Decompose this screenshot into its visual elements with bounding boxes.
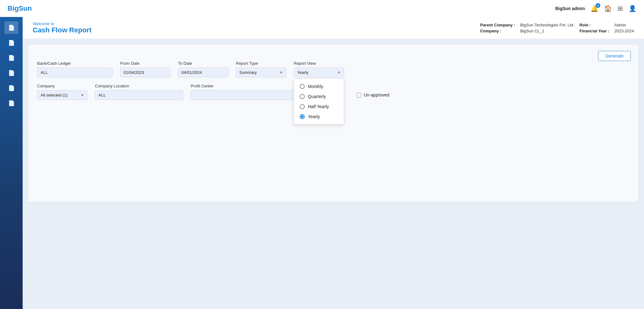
radio-half-yearly (300, 104, 305, 109)
company-label: Company : (480, 29, 515, 33)
home-icon[interactable]: 🏠 (604, 5, 612, 12)
radio-monthly (300, 84, 305, 89)
menu-item-monthly[interactable]: Monthly (294, 81, 344, 91)
bell-icon[interactable]: 🔔 0 (591, 5, 598, 12)
report-type-value: Summary (239, 70, 257, 75)
report-view-group: Report View Yearly ▼ Monthly Quart (294, 61, 344, 77)
menu-item-half-yearly[interactable]: Half Yearly (294, 102, 344, 112)
logo: BigSun (8, 4, 32, 13)
report-type-arrow-icon: ▼ (280, 71, 283, 74)
navbar-right: BigSun admin 🔔 0 🏠 ⊞ 👤 (555, 5, 636, 12)
welcome-text: Welcome to (33, 21, 92, 26)
company-value: BigSun CL_1 (520, 29, 575, 33)
sidebar: 📄 📄 📄 📄 📄 📄 (0, 17, 23, 309)
company-location-input[interactable] (95, 90, 183, 100)
content-area: Generate Bank/Cash Ledger From Date To D… (28, 45, 638, 202)
report-view-arrow-icon: ▼ (337, 71, 341, 74)
report-view-menu: Monthly Quarterly Half Yearly Yearl (294, 79, 344, 124)
parent-company-label: Parent Company : (480, 23, 515, 27)
financial-year-label: Financial Year : (580, 29, 609, 33)
sidebar-item-5[interactable]: 📄 (4, 82, 18, 94)
sidebar-item-2[interactable]: 📄 (4, 36, 18, 49)
to-date-label: To Date (178, 61, 228, 66)
unapproved-checkbox[interactable] (357, 93, 361, 97)
company-field-label: Company (37, 84, 87, 88)
label-yearly: Yearly (308, 114, 320, 119)
notification-badge: 0 (596, 3, 600, 8)
sidebar-item-6[interactable]: 📄 (4, 97, 18, 109)
app-body: 📄 📄 📄 📄 📄 📄 Welcome to Cash Flow Report … (0, 17, 644, 309)
bank-cash-ledger-label: Bank/Cash Ledger (37, 61, 113, 66)
role-label: Role : (580, 23, 609, 27)
report-view-dropdown[interactable]: Yearly ▼ (294, 68, 344, 77)
report-type-label: Report Type (236, 61, 286, 66)
page-header: Welcome to Cash Flow Report Parent Compa… (23, 17, 644, 39)
company-location-group: Company Location (95, 84, 183, 100)
page-title: Cash Flow Report (33, 26, 92, 34)
main-content: Welcome to Cash Flow Report Parent Compa… (23, 17, 644, 309)
company-arrow-icon: ▼ (81, 93, 84, 97)
label-monthly: Monthly (308, 84, 323, 89)
unapproved-group: Un-approved (357, 92, 389, 97)
form-row-1: Bank/Cash Ledger From Date To Date Repor… (37, 61, 630, 77)
from-date-input[interactable] (120, 68, 170, 77)
menu-item-yearly[interactable]: Yearly (294, 112, 344, 122)
parent-company-value: BigSun Technologies Pvt. Ltd. (520, 23, 575, 27)
radio-quarterly (300, 94, 305, 99)
bank-cash-ledger-input[interactable] (37, 68, 113, 77)
grid-icon[interactable]: ⊞ (618, 5, 623, 12)
page-header-left: Welcome to Cash Flow Report (33, 21, 92, 34)
label-quarterly: Quarterly (308, 94, 326, 99)
report-type-dropdown[interactable]: Summary ▼ (236, 68, 286, 77)
sidebar-item-4[interactable]: 📄 (4, 67, 18, 79)
report-view-label: Report View (294, 61, 344, 66)
from-date-label: From Date (120, 61, 170, 66)
company-location-label: Company Location (95, 84, 183, 88)
label-half-yearly: Half Yearly (308, 104, 329, 109)
company-dropdown[interactable]: All selected (1) ▼ (37, 90, 87, 100)
from-date-group: From Date (120, 61, 170, 77)
company-group: Company All selected (1) ▼ (37, 84, 87, 100)
report-view-value: Yearly (297, 70, 308, 75)
user-icon[interactable]: 👤 (629, 5, 636, 12)
menu-item-quarterly[interactable]: Quarterly (294, 91, 344, 102)
generate-button[interactable]: Generate (598, 51, 631, 61)
sidebar-item-3[interactable]: 📄 (4, 52, 18, 64)
page-header-right: Parent Company : BigSun Technologies Pvt… (480, 23, 634, 33)
radio-yearly (300, 114, 305, 119)
navbar: BigSun BigSun admin 🔔 0 🏠 ⊞ 👤 (0, 0, 644, 17)
company-field-value: All selected (1) (41, 93, 68, 97)
financial-year-value: 2023-2024 (614, 29, 634, 33)
to-date-group: To Date (178, 61, 228, 77)
to-date-input[interactable] (178, 68, 228, 77)
sidebar-item-1[interactable]: 📄 (4, 21, 18, 34)
unapproved-label: Un-approved (364, 92, 389, 97)
role-value: Admin (614, 23, 634, 27)
admin-label: BigSun admin (555, 6, 585, 11)
report-type-group: Report Type Summary ▼ (236, 61, 286, 77)
bank-cash-ledger-group: Bank/Cash Ledger (37, 61, 113, 77)
